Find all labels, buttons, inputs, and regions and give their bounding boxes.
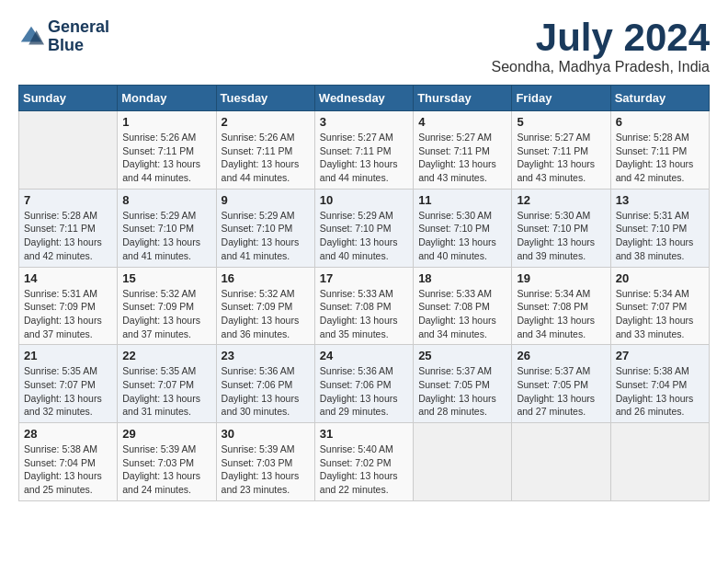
sunset-label: Sunset: 7:11 PM [418, 145, 490, 156]
calendar-cell: 28Sunrise: 5:38 AMSunset: 7:04 PMDayligh… [19, 423, 118, 501]
sunrise-label: Sunrise: 5:36 AM [320, 365, 393, 376]
day-info: Sunrise: 5:37 AMSunset: 7:05 PMDaylight:… [418, 364, 506, 419]
sunset-label: Sunset: 7:07 PM [122, 379, 194, 390]
sunset-label: Sunset: 7:02 PM [320, 457, 392, 468]
day-info: Sunrise: 5:38 AMSunset: 7:04 PMDaylight:… [24, 442, 112, 497]
day-number: 21 [24, 349, 112, 362]
day-number: 26 [517, 349, 605, 362]
sunrise-label: Sunrise: 5:35 AM [122, 365, 196, 376]
sunset-label: Sunset: 7:11 PM [320, 145, 392, 156]
calendar-cell: 26Sunrise: 5:37 AMSunset: 7:05 PMDayligh… [512, 345, 610, 423]
daylight-label: Daylight: 13 hours and 30 minutes. [222, 393, 300, 418]
daylight-label: Daylight: 13 hours and 29 minutes. [320, 393, 398, 418]
calendar-week-row: 7Sunrise: 5:28 AMSunset: 7:11 PMDaylight… [19, 189, 710, 267]
sunset-label: Sunset: 7:07 PM [24, 379, 96, 390]
day-info: Sunrise: 5:31 AMSunset: 7:09 PMDaylight:… [24, 287, 112, 341]
calendar-cell: 31Sunrise: 5:40 AMSunset: 7:02 PMDayligh… [314, 423, 413, 501]
calendar-cell: 25Sunrise: 5:37 AMSunset: 7:05 PMDayligh… [414, 345, 512, 423]
sunset-label: Sunset: 7:07 PM [616, 301, 688, 312]
day-info: Sunrise: 5:29 AMSunset: 7:10 PMDaylight:… [122, 209, 210, 263]
daylight-label: Daylight: 13 hours and 37 minutes. [24, 315, 102, 339]
sunrise-label: Sunrise: 5:30 AM [517, 210, 590, 221]
day-number: 17 [320, 271, 408, 285]
day-info: Sunrise: 5:29 AMSunset: 7:10 PMDaylight:… [320, 209, 408, 263]
sunrise-label: Sunrise: 5:35 AM [24, 365, 97, 376]
weekday-header: Monday [118, 86, 216, 111]
daylight-label: Daylight: 13 hours and 22 minutes. [320, 470, 398, 495]
sunrise-label: Sunrise: 5:33 AM [320, 288, 393, 299]
calendar-cell: 19Sunrise: 5:34 AMSunset: 7:08 PMDayligh… [512, 267, 610, 345]
day-info: Sunrise: 5:35 AMSunset: 7:07 PMDaylight:… [122, 364, 210, 419]
sunset-label: Sunset: 7:11 PM [222, 145, 293, 156]
day-info: Sunrise: 5:37 AMSunset: 7:05 PMDaylight:… [517, 364, 605, 419]
sunrise-label: Sunrise: 5:38 AM [24, 443, 97, 454]
daylight-label: Daylight: 13 hours and 41 minutes. [222, 236, 300, 261]
sunrise-label: Sunrise: 5:28 AM [24, 210, 97, 221]
day-info: Sunrise: 5:27 AMSunset: 7:11 PMDaylight:… [517, 131, 605, 185]
sunset-label: Sunset: 7:06 PM [222, 379, 293, 390]
sunset-label: Sunset: 7:11 PM [24, 223, 96, 234]
day-info: Sunrise: 5:30 AMSunset: 7:10 PMDaylight:… [517, 209, 605, 263]
day-number: 9 [222, 193, 310, 207]
sunset-label: Sunset: 7:10 PM [616, 223, 688, 234]
sunset-label: Sunset: 7:06 PM [320, 379, 392, 390]
day-number: 30 [222, 427, 310, 441]
day-number: 14 [24, 271, 112, 285]
calendar-table: SundayMondayTuesdayWednesdayThursdayFrid… [18, 85, 710, 501]
sunset-label: Sunset: 7:04 PM [24, 457, 96, 468]
location: Seondha, Madhya Pradesh, India [492, 59, 711, 75]
sunrise-label: Sunrise: 5:34 AM [517, 288, 590, 299]
day-number: 31 [320, 427, 408, 441]
sunrise-label: Sunrise: 5:30 AM [418, 210, 492, 221]
daylight-label: Daylight: 13 hours and 37 minutes. [122, 315, 200, 339]
day-number: 15 [122, 271, 210, 285]
day-number: 24 [320, 349, 408, 362]
day-info: Sunrise: 5:35 AMSunset: 7:07 PMDaylight:… [24, 364, 112, 419]
day-number: 25 [418, 349, 506, 362]
sunset-label: Sunset: 7:08 PM [517, 301, 588, 312]
day-number: 1 [122, 115, 210, 129]
day-info: Sunrise: 5:31 AMSunset: 7:10 PMDaylight:… [616, 209, 704, 263]
daylight-label: Daylight: 13 hours and 38 minutes. [616, 236, 694, 261]
daylight-label: Daylight: 13 hours and 23 minutes. [222, 470, 300, 495]
calendar-cell: 15Sunrise: 5:32 AMSunset: 7:09 PMDayligh… [118, 267, 216, 345]
sunrise-label: Sunrise: 5:32 AM [222, 288, 295, 299]
sunrise-label: Sunrise: 5:32 AM [122, 288, 196, 299]
sunset-label: Sunset: 7:03 PM [222, 457, 293, 468]
calendar-cell: 12Sunrise: 5:30 AMSunset: 7:10 PMDayligh… [512, 189, 610, 267]
sunrise-label: Sunrise: 5:28 AM [616, 132, 689, 143]
logo-icon [18, 24, 44, 50]
day-info: Sunrise: 5:32 AMSunset: 7:09 PMDaylight:… [122, 287, 210, 341]
day-info: Sunrise: 5:28 AMSunset: 7:11 PMDaylight:… [616, 131, 704, 185]
day-info: Sunrise: 5:26 AMSunset: 7:11 PMDaylight:… [222, 131, 310, 185]
calendar-cell [19, 111, 118, 190]
sunset-label: Sunset: 7:09 PM [122, 301, 194, 312]
calendar-cell: 14Sunrise: 5:31 AMSunset: 7:09 PMDayligh… [19, 267, 118, 345]
sunrise-label: Sunrise: 5:39 AM [222, 443, 295, 454]
day-number: 7 [24, 193, 112, 207]
weekday-header: Saturday [610, 86, 709, 111]
calendar-cell: 23Sunrise: 5:36 AMSunset: 7:06 PMDayligh… [216, 345, 314, 423]
day-info: Sunrise: 5:39 AMSunset: 7:03 PMDaylight:… [122, 442, 210, 497]
daylight-label: Daylight: 13 hours and 44 minutes. [320, 158, 398, 183]
daylight-label: Daylight: 13 hours and 24 minutes. [122, 470, 200, 495]
daylight-label: Daylight: 13 hours and 39 minutes. [517, 236, 595, 261]
daylight-label: Daylight: 13 hours and 33 minutes. [616, 315, 694, 339]
sunrise-label: Sunrise: 5:29 AM [320, 210, 393, 221]
day-number: 29 [122, 427, 210, 441]
sunset-label: Sunset: 7:10 PM [320, 223, 392, 234]
calendar-cell: 3Sunrise: 5:27 AMSunset: 7:11 PMDaylight… [314, 111, 413, 190]
day-number: 2 [222, 115, 310, 129]
day-info: Sunrise: 5:33 AMSunset: 7:08 PMDaylight:… [320, 287, 408, 341]
day-info: Sunrise: 5:38 AMSunset: 7:04 PMDaylight:… [616, 364, 704, 419]
weekday-header: Friday [512, 86, 610, 111]
daylight-label: Daylight: 13 hours and 41 minutes. [122, 236, 200, 261]
sunset-label: Sunset: 7:10 PM [122, 223, 194, 234]
calendar-cell: 5Sunrise: 5:27 AMSunset: 7:11 PMDaylight… [512, 111, 610, 190]
sunrise-label: Sunrise: 5:37 AM [517, 365, 590, 376]
logo-text: General Blue [48, 18, 109, 55]
day-info: Sunrise: 5:36 AMSunset: 7:06 PMDaylight:… [320, 364, 408, 419]
calendar-cell: 4Sunrise: 5:27 AMSunset: 7:11 PMDaylight… [414, 111, 512, 190]
sunrise-label: Sunrise: 5:37 AM [418, 365, 492, 376]
daylight-label: Daylight: 13 hours and 36 minutes. [222, 315, 300, 339]
